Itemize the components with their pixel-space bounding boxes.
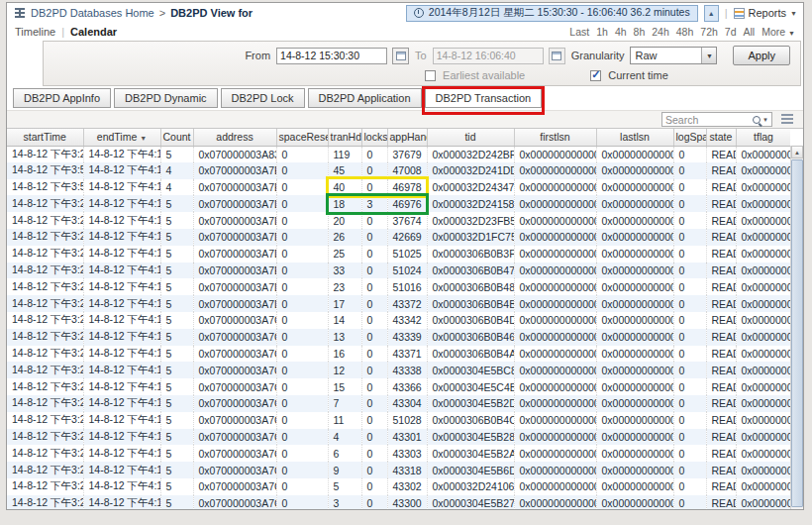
from-datetime-input[interactable]	[276, 48, 387, 64]
reports-menu[interactable]: Reports ▼	[734, 7, 797, 19]
time-range-display[interactable]: 2014年8月12日 星期二 15:30:30 - 16:06:40 36.2 …	[406, 5, 698, 22]
table-row[interactable]: 14-8-12 下午3:2914-8-12 下午4:1650x070000003…	[7, 212, 790, 229]
quick-range-4h[interactable]: 4h	[615, 26, 627, 38]
table-row[interactable]: 14-8-12 下午3:2914-8-12 下午4:1650x070000003…	[7, 312, 790, 329]
cell: 0x00000000	[736, 445, 790, 462]
cell: 43318	[387, 462, 427, 478]
quick-range-48h[interactable]: 48h	[676, 26, 694, 38]
earliest-available-checkbox[interactable]	[425, 70, 436, 81]
column-header-address[interactable]: address	[193, 129, 276, 146]
cell: 14-8-12 下午4:16	[83, 362, 160, 378]
column-header-tranHdl[interactable]: tranHdl	[328, 129, 361, 146]
current-time-checkbox[interactable]	[590, 70, 601, 81]
table-row[interactable]: 14-8-12 下午3:2914-8-12 下午4:1650x070000003…	[7, 395, 790, 412]
quick-range-7d[interactable]: 7d	[725, 26, 737, 38]
search-input[interactable]	[662, 114, 753, 126]
cell: READ	[706, 378, 736, 395]
grid-settings-icon[interactable]	[781, 114, 793, 125]
table-row[interactable]: 14-8-12 下午3:2914-8-12 下午4:1650x070000003…	[7, 462, 790, 478]
tab-db2pd-dynamic[interactable]: DB2PD Dynamic	[114, 88, 218, 108]
cell: 0x0000306B0B4D	[427, 312, 514, 329]
cell: 14-8-12 下午3:29	[7, 295, 83, 312]
table-row[interactable]: 14-8-12 下午3:2914-8-12 下午4:1650x070000003…	[7, 346, 790, 363]
quick-range-72h[interactable]: 72h	[700, 26, 718, 38]
column-header-Count[interactable]: Count	[160, 129, 193, 146]
table-row[interactable]: 14-8-12 下午3:2914-8-12 下午4:1650x070000003…	[7, 495, 790, 510]
cell: 0	[276, 246, 328, 262]
table-row[interactable]: 14-8-12 下午3:5714-8-12 下午4:1640x070000003…	[7, 162, 790, 179]
table-row[interactable]: 14-8-12 下午3:2914-8-12 下午4:1650x070000003…	[7, 329, 790, 346]
table-row[interactable]: 14-8-12 下午3:2914-8-12 下午4:1650x070000003…	[7, 412, 790, 429]
cell: 0x000000000000	[596, 146, 673, 162]
search-icon[interactable]	[753, 116, 761, 124]
cell: 51024	[387, 262, 427, 279]
cell: 0x00000000	[736, 312, 790, 329]
cell: 0x00000000	[736, 278, 790, 295]
column-header-tflag[interactable]: tflag	[736, 129, 790, 146]
from-calendar-button[interactable]	[392, 48, 409, 64]
scrollbar-up-arrow[interactable]: ▲	[791, 146, 803, 158]
cell: 0x070000003A7E6C80	[193, 179, 276, 196]
column-header-endTime[interactable]: endTime▼	[83, 129, 160, 146]
apply-button[interactable]: Apply	[733, 46, 790, 65]
granularity-select[interactable]: Raw ▼	[630, 47, 717, 64]
cell: 14-8-12 下午3:57	[7, 179, 83, 196]
quick-range-8h[interactable]: 8h	[634, 26, 646, 38]
table-row[interactable]: 14-8-12 下午3:2914-8-12 下午4:1650x070000003…	[7, 478, 790, 495]
tab-db2pd-transaction[interactable]: DB2PD Transaction	[425, 88, 543, 108]
scrollbar-thumb[interactable]	[791, 159, 803, 507]
column-header-logSpace[interactable]: logSpace	[673, 129, 706, 146]
quick-range-1h[interactable]: 1h	[596, 26, 608, 38]
table-row[interactable]: 14-8-12 下午3:5714-8-12 下午4:1640x070000003…	[7, 179, 790, 196]
vertical-scrollbar[interactable]: ▲	[790, 146, 803, 510]
table-row[interactable]: 14-8-12 下午3:2914-8-12 下午4:1650x070000003…	[7, 262, 790, 279]
granularity-label: Granularity	[571, 50, 625, 61]
tab-db2pd-lock[interactable]: DB2PD Lock	[221, 88, 305, 108]
cell: 0x070000003A7C8C00	[193, 462, 276, 478]
tab-timeline[interactable]: Timeline	[15, 26, 55, 38]
table-row[interactable]: 14-8-12 下午3:2914-8-12 下午4:1650x070000003…	[7, 146, 790, 162]
column-header-tid[interactable]: tid	[427, 129, 514, 146]
column-header-state[interactable]: state	[706, 129, 736, 146]
tab-db2pd-application[interactable]: DB2PD Application	[308, 88, 422, 108]
breadcrumb-home-link[interactable]: DB2PD Databases Home	[31, 7, 154, 19]
cell: 5	[160, 362, 193, 378]
tab-db2pd-appinfo[interactable]: DB2PD AppInfo	[13, 88, 111, 108]
cell: 14-8-12 下午3:29	[7, 445, 83, 462]
to-calendar-button[interactable]	[549, 48, 565, 64]
cell: 14-8-12 下午3:29	[7, 395, 83, 412]
cell: 0	[673, 246, 706, 262]
column-header-startTime[interactable]: startTime	[7, 129, 83, 146]
table-row[interactable]: 14-8-12 下午3:2914-8-12 下午4:1650x070000003…	[7, 445, 790, 462]
quick-range-more[interactable]: More ▼	[761, 26, 795, 38]
cell: 14-8-12 下午3:29	[7, 278, 83, 295]
to-datetime-input[interactable]	[433, 48, 544, 64]
clock-icon	[414, 8, 424, 18]
cell: 0	[673, 179, 706, 196]
cell: 0	[361, 412, 387, 429]
table-row[interactable]: 14-8-12 下午3:2914-8-12 下午4:1650x070000003…	[7, 362, 790, 378]
collapse-time-range-button[interactable]: ▲	[704, 5, 719, 22]
table-row[interactable]: 14-8-12 下午3:2914-8-12 下午4:1650x070000003…	[7, 246, 790, 262]
view-tabs-separator: |	[61, 26, 64, 38]
table-row[interactable]: 14-8-12 下午3:2914-8-12 下午4:1650x070000003…	[7, 295, 790, 312]
table-row[interactable]: 14-8-12 下午3:2914-8-12 下午4:1650x070000003…	[7, 429, 790, 446]
tab-calendar[interactable]: Calendar	[70, 26, 117, 38]
table-row[interactable]: 14-8-12 下午3:2914-8-12 下午4:1650x070000003…	[7, 278, 790, 295]
table-row[interactable]: 14-8-12 下午3:2914-8-12 下午4:1650x070000003…	[7, 195, 790, 212]
column-header-locks[interactable]: locks	[361, 129, 387, 146]
cell: 0x000032D24347	[427, 179, 514, 196]
column-header-spaceReserved[interactable]: spaceReserved	[276, 129, 328, 146]
column-header-appHandl[interactable]: appHandl	[387, 129, 427, 146]
cell: 0x0000306B0B46	[427, 329, 514, 346]
search-options-caret-icon[interactable]: ▼	[762, 117, 768, 123]
quick-range-all[interactable]: All	[744, 26, 756, 38]
cell: 0	[361, 395, 387, 412]
column-header-firstlsn[interactable]: firstlsn	[514, 129, 596, 146]
table-row[interactable]: 14-8-12 下午3:2914-8-12 下午4:1650x070000003…	[7, 229, 790, 246]
column-header-lastlsn[interactable]: lastlsn	[596, 129, 673, 146]
cell: 0	[361, 162, 387, 179]
table-row[interactable]: 14-8-12 下午3:2914-8-12 下午4:1650x070000003…	[7, 378, 790, 395]
cell: 0	[361, 278, 387, 295]
quick-range-24h[interactable]: 24h	[652, 26, 669, 38]
